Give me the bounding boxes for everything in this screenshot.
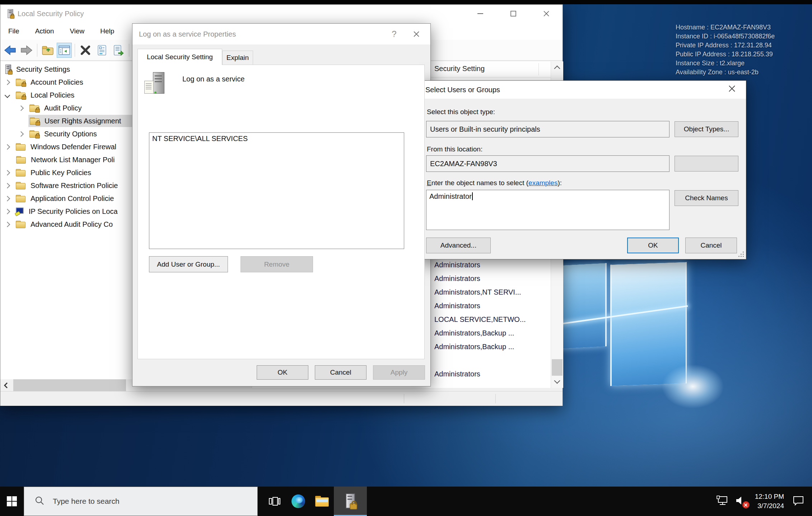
local-security-policy-taskbar-button[interactable]: [334, 487, 367, 516]
taskbar-search[interactable]: [24, 487, 258, 516]
list-item[interactable]: Administrators: [434, 258, 480, 272]
chevron-right-icon[interactable]: [18, 105, 24, 111]
list-item[interactable]: LOCAL SERVICE,NETWO...: [434, 313, 526, 326]
tree-item-network-list-manager[interactable]: Network List Manager Poli: [16, 153, 115, 166]
from-location-label: From this location:: [427, 145, 482, 153]
tree-item-security-options[interactable]: Security Options: [19, 127, 97, 140]
chevron-right-icon[interactable]: [5, 144, 10, 150]
tree-label: Advanced Audit Policy Co: [31, 220, 113, 229]
folder-icon: [16, 221, 25, 228]
tree-item-audit-policy[interactable]: Audit Policy: [19, 102, 82, 114]
member-item[interactable]: NT SERVICE\ALL SERVICES: [149, 133, 404, 145]
start-button[interactable]: [0, 487, 24, 516]
scroll-up-icon[interactable]: [551, 61, 563, 74]
forward-icon[interactable]: [19, 43, 34, 58]
advanced-button[interactable]: Advanced...: [426, 238, 491, 253]
properties-icon[interactable]: [94, 43, 109, 58]
column-divider[interactable]: [538, 63, 539, 75]
close-button[interactable]: [530, 5, 563, 23]
scroll-left-icon[interactable]: [0, 379, 11, 391]
export-list-icon[interactable]: [111, 43, 126, 58]
tree-item-user-rights-assignment[interactable]: User Rights Assignment: [30, 114, 121, 127]
tree-label: Account Policies: [31, 78, 83, 86]
volume-muted-icon[interactable]: [736, 496, 746, 507]
tree-item-application-control[interactable]: Application Control Policie: [5, 192, 114, 205]
taskbar-clock[interactable]: 12:10 PM 3/7/2024: [755, 492, 784, 511]
list-item[interactable]: Administrators: [434, 299, 480, 313]
examples-link[interactable]: examples: [528, 179, 557, 187]
chevron-right-icon[interactable]: [5, 208, 10, 214]
tree-label: Audit Policy: [44, 104, 82, 112]
menu-view[interactable]: View: [62, 23, 92, 40]
search-input[interactable]: [52, 497, 226, 506]
help-icon[interactable]: ?: [383, 24, 405, 44]
remove-button[interactable]: Remove: [241, 256, 313, 272]
list-item[interactable]: Administrators: [434, 367, 480, 381]
back-icon[interactable]: [3, 43, 18, 58]
list-item[interactable]: Administrators,Backup ...: [434, 340, 514, 353]
tree-item-windows-defender-firewall[interactable]: Windows Defender Firewal: [5, 140, 116, 153]
scrollbar-thumb[interactable]: [552, 359, 563, 376]
locations-button[interactable]: [675, 156, 738, 172]
task-view-button[interactable]: [263, 487, 286, 516]
network-icon[interactable]: [716, 495, 728, 507]
close-icon[interactable]: [405, 24, 428, 44]
tree-item-account-policies[interactable]: Account Policies: [5, 76, 83, 89]
chevron-right-icon[interactable]: [5, 79, 10, 85]
action-center-icon[interactable]: [793, 495, 804, 507]
tree-item-software-restriction[interactable]: Software Restriction Policie: [5, 179, 118, 192]
tab-explain[interactable]: Explain: [222, 51, 253, 65]
menu-action[interactable]: Action: [27, 23, 62, 40]
edge-browser-button[interactable]: [286, 487, 310, 516]
chevron-down-icon[interactable]: [5, 92, 10, 98]
object-types-button[interactable]: Object Types...: [675, 121, 738, 137]
tab-local-security-setting[interactable]: Local Security Setting: [137, 49, 222, 65]
prop-dialog-titlebar[interactable]: Log on as a service Properties ?: [132, 24, 430, 44]
tree-item-ip-security-policies[interactable]: IP Security Policies on Loca: [5, 205, 118, 218]
cancel-button[interactable]: Cancel: [685, 238, 737, 253]
close-icon[interactable]: [721, 80, 743, 98]
add-user-or-group-button[interactable]: Add User or Group...: [149, 256, 228, 272]
apply-button[interactable]: Apply: [373, 365, 425, 380]
object-names-input[interactable]: Administrator: [426, 190, 669, 230]
ok-button[interactable]: OK: [257, 365, 308, 380]
log-on-as-a-service-properties-dialog: Log on as a service Properties ? Local S…: [132, 23, 431, 386]
tree-label: Public Key Policies: [31, 169, 91, 177]
file-explorer-button[interactable]: [310, 487, 334, 516]
delete-icon[interactable]: [78, 43, 93, 58]
tree-item-advanced-audit-policy[interactable]: Advanced Audit Policy Co: [5, 218, 113, 231]
tree-item-security-settings[interactable]: Security Settings: [5, 63, 70, 76]
up-one-level-icon[interactable]: [40, 43, 55, 58]
mmc-titlebar[interactable]: Local Security Policy: [0, 5, 563, 23]
list-item[interactable]: Administrators,Backup ...: [434, 326, 514, 340]
list-item[interactable]: Administrators: [434, 272, 480, 285]
minimize-button[interactable]: [464, 5, 496, 23]
ok-button[interactable]: OK: [627, 238, 679, 253]
menu-file[interactable]: File: [0, 23, 27, 40]
maximize-button[interactable]: [497, 5, 529, 23]
members-listbox[interactable]: NT SERVICE\ALL SERVICES: [149, 132, 404, 249]
location-field: EC2AMAZ-FAN98V3: [426, 155, 669, 172]
list-item[interactable]: Administrators,NT SERVI...: [434, 285, 521, 299]
menu-help[interactable]: Help: [92, 23, 122, 40]
chevron-right-icon[interactable]: [5, 196, 10, 201]
folder-lock-icon: [30, 117, 39, 125]
column-header-security-setting[interactable]: Security Setting: [434, 65, 485, 73]
resize-grip[interactable]: [739, 252, 744, 257]
chevron-right-icon[interactable]: [5, 221, 10, 227]
chevron-right-icon[interactable]: [5, 183, 10, 188]
select-dialog-titlebar[interactable]: Select Users or Groups: [419, 81, 746, 99]
app-server-lock-icon: [7, 9, 14, 18]
statusbar: [0, 391, 563, 406]
chevron-right-icon[interactable]: [18, 131, 24, 137]
check-names-button[interactable]: Check Names: [675, 190, 738, 206]
folder-icon: [16, 169, 25, 177]
label-text: nter the object names to select (: [431, 179, 528, 187]
scroll-down-icon[interactable]: [551, 376, 563, 388]
cancel-button[interactable]: Cancel: [315, 365, 367, 380]
show-console-tree-icon[interactable]: [57, 43, 72, 58]
scrollbar-thumb[interactable]: [13, 379, 126, 391]
chevron-right-icon[interactable]: [5, 170, 10, 175]
tree-item-local-policies[interactable]: Local Policies: [5, 89, 74, 102]
tree-item-public-key-policies[interactable]: Public Key Policies: [5, 166, 91, 179]
